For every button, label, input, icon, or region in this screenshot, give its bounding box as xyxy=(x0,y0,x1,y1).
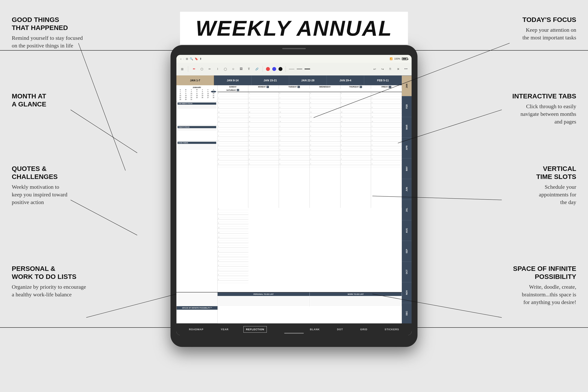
pages-icon[interactable]: ⊞ xyxy=(179,66,185,72)
day-header-fri: FRIDAY 4 xyxy=(371,85,402,88)
color-blue[interactable] xyxy=(272,67,276,71)
ts-sun-21: 4 xyxy=(218,139,248,142)
emoji-tool[interactable]: ☺ xyxy=(230,66,236,72)
bottom-tab-dot[interactable]: DOT xyxy=(334,326,345,332)
ts-tue-3: 7 xyxy=(279,97,310,99)
more-icon[interactable]: ••• xyxy=(403,66,409,72)
ts-wed-28 xyxy=(310,156,340,158)
weeks-focus-lines xyxy=(178,105,216,108)
ts-tue-30 xyxy=(279,160,310,163)
cal-d-24: 24 xyxy=(189,97,194,98)
bottom-tab-reflection[interactable]: REFLECTION xyxy=(244,326,267,332)
month-apr[interactable]: APR xyxy=(402,138,412,158)
ts-thu-15: 1 xyxy=(340,125,371,128)
ts-fri-27: 7 xyxy=(371,153,402,156)
month-jul[interactable]: JUL xyxy=(402,200,412,220)
ts-sat-10 xyxy=(218,229,248,231)
ts-sun-7: 9 xyxy=(218,106,248,108)
month-nov[interactable]: NOV xyxy=(402,282,412,302)
ts-mon-30 xyxy=(248,160,279,163)
link-tool[interactable]: 🔗 xyxy=(254,66,260,72)
bottom-tab-year[interactable]: YEAR xyxy=(218,326,231,332)
ts-wed-15: 1 xyxy=(310,125,340,128)
ts-mon-16 xyxy=(248,128,279,130)
battery-text: 100% xyxy=(394,58,400,60)
ts-sun-28 xyxy=(218,156,248,158)
ts-sat-25: 6 xyxy=(218,264,248,266)
shapes-tool[interactable]: ◯ xyxy=(223,66,228,72)
ts-wed-29: 8 xyxy=(310,158,340,160)
toolbar-sep-3 xyxy=(286,66,286,72)
week-tab-4[interactable]: JAN 22-28 xyxy=(289,76,327,85)
ts-sun-8 xyxy=(218,108,248,111)
bottom-tab-blank[interactable]: BLANK xyxy=(308,326,322,332)
week-tab-2[interactable]: JAN 8-14 xyxy=(214,76,252,85)
ts-mon-17: 2 xyxy=(248,130,279,132)
ts-wed-32 xyxy=(310,165,340,168)
back-icon[interactable]: ‹ xyxy=(180,57,182,61)
status-bar: ‹ › ⊞ 🔍 🔖 ⬆ 📶 100% xyxy=(176,55,412,63)
cal-d-22: 22 xyxy=(178,97,183,98)
undo-icon[interactable]: ↩ xyxy=(372,66,377,72)
ts-sat-8 xyxy=(218,224,248,226)
ts-sun-6 xyxy=(218,104,248,106)
grid-icon[interactable]: ⊞ xyxy=(186,57,188,60)
redo-icon[interactable]: ↪ xyxy=(380,66,385,72)
ts-sun-27: 7 xyxy=(218,153,248,156)
week-tab-1[interactable]: JAN 1-7 xyxy=(176,76,214,85)
lasso-tool[interactable]: ⌇ xyxy=(215,66,220,72)
day-header-mon: MONDAY 7 xyxy=(248,85,279,88)
export-icon[interactable]: ⎘ xyxy=(388,66,393,72)
color-black[interactable] xyxy=(278,67,282,71)
month-aug[interactable]: AUG xyxy=(402,220,412,241)
month-feb[interactable]: FEB xyxy=(402,96,412,116)
goodnotes-toolbar: ⊞ ✒ ⬡ ✏ ⌇ ◯ ☺ 🖼 T 🔗 ↩ xyxy=(176,63,412,76)
pen-tool[interactable]: ✒ xyxy=(191,66,197,72)
bottom-tab-roadmap[interactable]: ROADMAP xyxy=(186,326,206,332)
bottom-tab-stickers[interactable]: STICKERS xyxy=(382,326,402,332)
bookmark-icon[interactable]: 🔖 xyxy=(195,57,198,60)
todays-focus-section: TODAY'S FOCUS xyxy=(176,125,217,141)
month-mar[interactable]: MAR xyxy=(402,117,412,138)
ts-fri-15: 1 xyxy=(371,125,402,128)
day-header-thu: THURSDAY 5 xyxy=(340,85,371,88)
color-red[interactable] xyxy=(266,67,270,71)
feature-interactive-tabs-desc: Click through to easilynavigate between … xyxy=(502,102,576,126)
cal-d-20: 20 xyxy=(205,95,210,96)
todays-focus-lines xyxy=(178,128,216,130)
work-todo-lines xyxy=(310,296,402,306)
personal-todo-lines xyxy=(218,296,310,306)
ts-tue-8 xyxy=(279,108,310,111)
ts-tue-22 xyxy=(279,142,310,144)
line-thick[interactable] xyxy=(304,68,310,70)
ts-sun-31: 9 xyxy=(218,163,248,165)
ts-sat-27: 7 xyxy=(218,269,248,271)
bottom-tab-grid[interactable]: GRID xyxy=(358,326,370,332)
month-jun[interactable]: JUN xyxy=(402,179,412,199)
image-tool[interactable]: 🖼 xyxy=(238,66,244,72)
pencil-tool[interactable]: ✏ xyxy=(207,66,212,72)
search-icon[interactable]: 🔍 xyxy=(190,57,193,60)
text-tool[interactable]: T xyxy=(246,66,252,72)
line-thin[interactable] xyxy=(289,69,294,69)
focus-line-3 xyxy=(178,106,216,107)
month-oct[interactable]: OCT xyxy=(402,262,412,282)
month-may[interactable]: MAY xyxy=(402,158,412,179)
ts-mon-5: 8 xyxy=(248,102,279,104)
month-jan[interactable]: JAN xyxy=(402,76,412,96)
ptl-4 xyxy=(218,300,309,300)
focus-line-5 xyxy=(178,108,216,108)
close-icon[interactable]: ✕ xyxy=(395,66,401,72)
month-sep[interactable]: SEP xyxy=(402,241,412,261)
cal-d-25: 25 xyxy=(194,97,200,98)
share-icon[interactable]: ⬆ xyxy=(200,57,202,60)
day-col-wed: 6 7 8 9 10 11 xyxy=(310,92,340,208)
eraser-tool[interactable]: ⬡ xyxy=(199,66,204,72)
line-medium[interactable] xyxy=(297,69,302,69)
week-tab-5[interactable]: JAN 29-4 xyxy=(327,76,364,85)
week-tab-3[interactable]: JAN 15-21 xyxy=(252,76,289,85)
month-dec[interactable]: DEC xyxy=(402,303,412,324)
week-tab-6[interactable]: FEB 5-11 xyxy=(364,76,402,85)
cal-month-label: JANUARY xyxy=(178,86,216,88)
ts-tue-1: 6 xyxy=(279,92,310,94)
